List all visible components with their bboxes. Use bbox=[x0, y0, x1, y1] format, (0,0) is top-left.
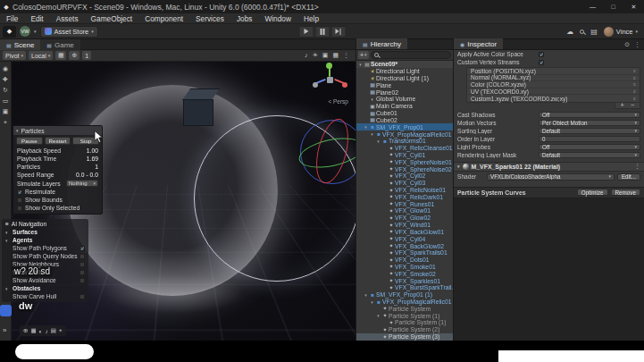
tool-button[interactable]: ⌖ bbox=[1, 117, 11, 127]
ai-navigation-header[interactable]: ≡ AI Navigation bbox=[2, 220, 88, 228]
property-value-dropdown[interactable]: Off ▾ bbox=[539, 112, 640, 119]
checkbox[interactable] bbox=[79, 270, 85, 275]
orientation-gizmo[interactable] bbox=[313, 64, 347, 97]
rotation-gizmo[interactable] bbox=[298, 118, 355, 186]
account-button[interactable]: Vince ▾ bbox=[604, 27, 638, 37]
axis-center-cube[interactable] bbox=[327, 77, 333, 83]
menu-item[interactable]: Component bbox=[138, 14, 189, 23]
hierarchy-row[interactable]: Directional Light bbox=[356, 68, 453, 75]
hierarchy-row[interactable]: VFX_Cyl02 bbox=[356, 173, 453, 180]
axis-y-cone[interactable] bbox=[326, 63, 332, 69]
hierarchy-row[interactable]: Plane02 bbox=[356, 88, 453, 96]
property-value-dropdown[interactable]: Off ▾ bbox=[539, 144, 640, 151]
simulate-layers-dropdown[interactable]: Nothing ▾ bbox=[66, 180, 98, 187]
menu-icon[interactable]: ⋮ bbox=[634, 41, 640, 48]
hierarchy-row[interactable]: Particle System (1) bbox=[356, 319, 453, 326]
hierarchy-row[interactable]: VFX_Cyl01 bbox=[356, 152, 453, 159]
drag-handle-icon[interactable]: ≡ bbox=[633, 88, 636, 94]
shader-dropdown[interactable]: VFXLib/ColosoShaderAlpha ▾ bbox=[487, 173, 615, 181]
foldout-arrow[interactable]: ▾ bbox=[369, 131, 375, 137]
hierarchy-row[interactable]: ▾ Scene09* bbox=[356, 61, 453, 68]
hierarchy-row[interactable]: VFX_Glow01 bbox=[356, 207, 453, 215]
checkbox[interactable] bbox=[79, 254, 85, 259]
foldout-arrow[interactable]: ▾ bbox=[375, 139, 381, 144]
foldout-arrow[interactable]: ▾ bbox=[357, 62, 364, 67]
hierarchy-row[interactable]: ▾ SM_VFX_Prop01 (1) bbox=[356, 291, 453, 299]
scene-toolbar-icon[interactable]: ▣ bbox=[322, 52, 329, 59]
scene-toolbar-icon[interactable]: ⋮ bbox=[343, 52, 349, 59]
hierarchy-row[interactable]: Directional Light (1) bbox=[356, 75, 453, 82]
tool-button[interactable]: ↻ bbox=[1, 85, 11, 95]
lock-icon[interactable]: ⊙ bbox=[624, 41, 630, 48]
drag-handle-icon[interactable]: ≡ bbox=[633, 68, 636, 73]
foldout-arrow[interactable]: ▾ bbox=[375, 313, 381, 318]
overlay-expander-button[interactable]: » bbox=[3, 326, 6, 334]
hierarchy-row[interactable]: ▾ Particle System (1) bbox=[356, 312, 453, 319]
hierarchy-row[interactable]: VFX_Smoke02 bbox=[356, 270, 453, 277]
hierarchy-row[interactable]: Cube02 bbox=[356, 117, 453, 124]
menu-item[interactable]: File bbox=[0, 14, 24, 23]
overlay-option[interactable]: Show Bounds bbox=[13, 196, 102, 204]
view-overlay-icon[interactable]: ⊕ bbox=[23, 327, 28, 334]
hierarchy-row[interactable]: VFX_Glow02 bbox=[356, 215, 453, 222]
view-overlay-icon[interactable]: ♪ bbox=[46, 328, 48, 334]
menu-icon[interactable]: ⋮ bbox=[634, 163, 640, 170]
checkbox[interactable] bbox=[539, 52, 544, 57]
playback-button[interactable]: Pause bbox=[16, 137, 43, 145]
foldout-arrow[interactable]: ▾ bbox=[363, 292, 369, 298]
toggle-row[interactable]: Apply Active Color Space bbox=[454, 50, 644, 58]
hierarchy-row[interactable]: VFX_SphereNoise01 bbox=[356, 158, 453, 165]
foldout-arrow[interactable]: ▾ bbox=[363, 124, 369, 130]
particles-overlay-header[interactable]: ▾ Particles bbox=[13, 126, 102, 135]
hierarchy-row[interactable]: VFX_SphereNoise02 bbox=[356, 165, 453, 173]
hierarchy-row[interactable]: VFX_BackGlow02 bbox=[356, 242, 453, 249]
toggle-row[interactable]: Custom Vertex Streams bbox=[454, 58, 644, 66]
hierarchy-row[interactable]: VFX_RelicDark01 bbox=[356, 193, 453, 200]
checkbox[interactable] bbox=[79, 246, 85, 251]
ai-nav-row[interactable]: Show Carve Hull bbox=[2, 292, 88, 300]
hierarchy-row[interactable]: VFX_Cyl03 bbox=[356, 180, 453, 187]
hierarchy-row[interactable]: Plane bbox=[356, 81, 453, 88]
hierarchy-row[interactable]: VFX_Sparkles01 bbox=[356, 277, 453, 284]
drag-handle-icon[interactable]: ≡ bbox=[633, 75, 636, 80]
hierarchy-row[interactable]: ▾ Transforms01 bbox=[356, 138, 453, 145]
stat-row[interactable]: Playback Speed 1.00 bbox=[13, 147, 102, 155]
menu-item[interactable]: Edit bbox=[24, 14, 49, 23]
unity-hub-button[interactable]: ◆ bbox=[3, 26, 16, 38]
vertex-stream-row[interactable]: UV (TEXCOORD0.xy) ≡ bbox=[467, 88, 640, 96]
view-overlay-icon[interactable]: ◐ bbox=[39, 328, 43, 334]
hierarchy-row[interactable]: VFX_Cyl04 bbox=[356, 235, 453, 242]
hierarchy-row[interactable]: VFX_Wind01 bbox=[356, 222, 453, 229]
property-value-dropdown[interactable]: Default ▾ bbox=[539, 128, 640, 135]
hierarchy-row[interactable]: Particle System (2) bbox=[356, 326, 453, 333]
scene-viewport[interactable]: < Persp ◉ ✚ ↻ ▭ ▣ ⌖ ▾ bbox=[0, 62, 355, 341]
menu-item[interactable]: Services bbox=[189, 14, 230, 23]
checkbox[interactable] bbox=[79, 294, 85, 299]
hierarchy-row[interactable]: Cube01 bbox=[356, 110, 453, 117]
hierarchy-row[interactable]: Particle System (3) bbox=[356, 333, 453, 341]
hierarchy-row[interactable]: VFX_RelicCleanse01 bbox=[356, 145, 453, 152]
create-object-button[interactable]: + ▾ bbox=[358, 51, 369, 59]
maximize-button[interactable]: □ bbox=[603, 0, 623, 13]
add-stream-button[interactable]: + bbox=[621, 102, 624, 108]
remove-button[interactable]: Remove bbox=[611, 189, 640, 196]
property-value-dropdown[interactable]: Per Object Motion ▾ bbox=[539, 120, 640, 127]
hierarchy-row[interactable]: VFX_Dots01 bbox=[356, 257, 453, 264]
hierarchy-row[interactable]: ▾ SM_VFX_Prop01 bbox=[356, 123, 453, 130]
hierarchy-row[interactable]: Main Camera bbox=[356, 103, 453, 110]
search-icon[interactable] bbox=[580, 29, 584, 34]
hierarchy-row[interactable]: VFX_Runes01 bbox=[356, 200, 453, 207]
step-button[interactable] bbox=[330, 26, 346, 38]
pivot-dropdown[interactable]: Pivot ▾ bbox=[3, 51, 26, 60]
vertex-stream-row[interactable]: Custom1.xyzw (TEXCOORD0.zw;xy) ≡ bbox=[467, 95, 640, 102]
scene-toolbar-icon[interactable]: ♪ bbox=[305, 52, 308, 59]
view-overlay-icon[interactable]: ⌖ bbox=[59, 327, 63, 334]
stat-row[interactable]: Playback Time 1.69 bbox=[13, 155, 102, 163]
axis-x-cone[interactable] bbox=[342, 82, 347, 88]
property-value-dropdown[interactable]: 0 ▾ bbox=[539, 136, 640, 143]
view-overlay-icon[interactable]: ▦ bbox=[30, 327, 36, 334]
tool-button[interactable]: ▭ bbox=[1, 96, 11, 105]
property-value-dropdown[interactable]: Default ▾ bbox=[539, 152, 640, 159]
menu-item[interactable]: Help bbox=[297, 14, 325, 23]
checkbox[interactable] bbox=[17, 206, 22, 211]
